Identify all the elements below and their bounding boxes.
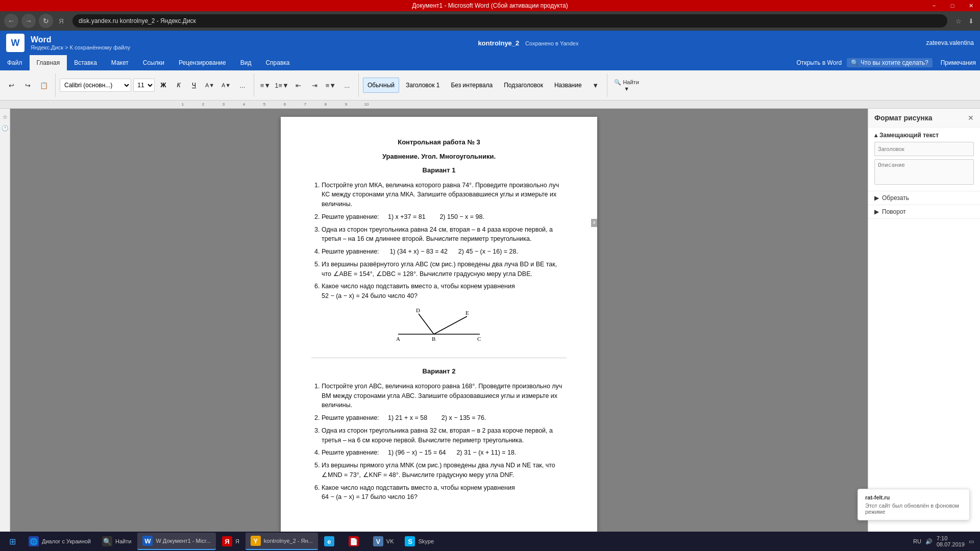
- undo-redo-group: ↩ ↪ 📋: [4, 73, 56, 97]
- paragraph-more-button[interactable]: ...: [340, 78, 354, 92]
- section-separator: [311, 358, 567, 358]
- tab-help[interactable]: Справка: [258, 55, 297, 70]
- taskbar-skype[interactable]: S Skype: [400, 533, 439, 550]
- find-button[interactable]: 🔍 Найти ▼: [611, 78, 642, 92]
- styles-more-button[interactable]: ▼: [589, 78, 603, 92]
- main-area: ☆ 🕐 Контрольная работа № 3 Уравнение. Уг…: [0, 109, 980, 544]
- doc-title: Контрольная работа № 3: [311, 137, 567, 147]
- taskbar: ⊞ 🌐 Диалог с Украиной 🔍 Найти W W Докуме…: [0, 532, 980, 551]
- bold-button[interactable]: Ж: [157, 79, 170, 92]
- browser-back-button[interactable]: ←: [4, 14, 18, 28]
- toast-message: Этот сайт был обновлён в фоновом режиме: [865, 503, 962, 515]
- sidebar-icon-1[interactable]: ☆: [1, 113, 9, 121]
- taskbar-show-desktop[interactable]: ▭: [969, 538, 974, 545]
- ribbon-tab-extra: Открыть в Word 🔍 Что вы хотите сделать? …: [791, 55, 980, 70]
- font-size-selector[interactable]: 11: [133, 79, 155, 92]
- taskbar-kontrolnye[interactable]: Y kontrolnye_2 - Ян...: [246, 533, 318, 550]
- yandex-icon: Я: [56, 16, 66, 26]
- paragraph-group: ≡▼ 1≡▼ ⇤ ⇥ ≡▼ ...: [258, 73, 359, 97]
- numbering-button[interactable]: 1≡▼: [275, 78, 289, 92]
- style-title-button[interactable]: Название: [550, 78, 586, 93]
- right-panel-close-button[interactable]: ✕: [968, 114, 974, 122]
- address-bar[interactable]: disk.yandex.ru kontrolnye_2 - Яндекс.Дис…: [72, 14, 947, 28]
- start-button[interactable]: ⊞: [2, 533, 22, 550]
- taskbar-search[interactable]: 🔍 Найти: [97, 533, 136, 550]
- svg-text:E: E: [465, 310, 469, 316]
- style-normal-button[interactable]: Обычный: [363, 78, 399, 93]
- ribbon-search-box[interactable]: 🔍 Что вы хотите сделать?: [847, 58, 933, 67]
- style-nospace-button[interactable]: Без интервала: [446, 78, 497, 93]
- taskbar-dialog[interactable]: 🌐 Диалог с Украиной: [23, 533, 96, 550]
- taskbar-ie-icon: e: [324, 536, 334, 546]
- scroll-marker: 4: [591, 219, 597, 227]
- taskbar-word[interactable]: W W Документ1 - Micr...: [137, 533, 215, 550]
- maximize-button[interactable]: □: [943, 0, 962, 11]
- word-breadcrumb: Яндекс.Диск > К сохранённому файлу: [31, 44, 130, 51]
- toast-notification: rat-felt.ru Этот сайт был обновлён в фон…: [857, 489, 970, 520]
- redo-button[interactable]: ↪: [20, 78, 35, 92]
- minimize-button[interactable]: −: [925, 0, 943, 11]
- tab-layout[interactable]: Макет: [104, 55, 136, 70]
- variant1-diagram: D E A B C: [388, 306, 490, 347]
- taskbar-ie[interactable]: e: [319, 533, 342, 550]
- comments-button[interactable]: Примечания: [937, 59, 980, 66]
- alt-text-section-header[interactable]: ▴ Замещающий текст: [874, 132, 974, 139]
- taskbar-pdf[interactable]: 📄: [344, 533, 367, 550]
- svg-text:A: A: [396, 336, 400, 342]
- taskbar-vk[interactable]: V VK: [368, 533, 399, 550]
- title-bar-controls: − □ ✕: [925, 0, 980, 11]
- underline-button[interactable]: Ч: [187, 79, 201, 92]
- font-color-button[interactable]: A▼: [219, 78, 233, 92]
- ribbon: Файл Главная Вставка Макет Ссылки Реценз…: [0, 55, 980, 101]
- ribbon-tabs: Файл Главная Вставка Макет Ссылки Реценз…: [0, 55, 980, 70]
- open-in-word-button[interactable]: Открыть в Word: [791, 59, 847, 66]
- taskbar-word-icon: W: [142, 536, 153, 546]
- tab-review[interactable]: Рецензирование: [172, 55, 233, 70]
- svg-text:D: D: [416, 307, 420, 313]
- rotate-section-button[interactable]: ▶ Поворот: [868, 205, 980, 219]
- title-bar: Документ1 - Microsoft Word (Сбой активац…: [0, 0, 980, 11]
- highlight-button[interactable]: A▼: [203, 78, 217, 92]
- tab-file[interactable]: Файл: [0, 55, 30, 70]
- taskbar-yandex-disk-icon: Y: [251, 536, 261, 546]
- bookmark-icon[interactable]: ☆: [953, 16, 964, 26]
- v2-task-3: Одна из сторон треугольника равна 32 см,…: [322, 426, 567, 445]
- taskbar-yandex-icon: Я: [222, 536, 232, 546]
- crop-section-button[interactable]: ▶ Обрезать: [868, 191, 980, 205]
- clipboard-button[interactable]: 📋: [37, 78, 51, 92]
- word-app-bar: W Word Яндекс.Диск > К сохранённому файл…: [0, 31, 980, 55]
- close-button[interactable]: ✕: [962, 0, 980, 11]
- tab-home[interactable]: Главная: [30, 55, 67, 70]
- doc-variant1-label: Вариант 1: [311, 165, 567, 176]
- undo-button[interactable]: ↩: [4, 78, 18, 92]
- browser-refresh-button[interactable]: ↻: [39, 14, 53, 28]
- tab-references[interactable]: Ссылки: [136, 55, 172, 70]
- font-selector[interactable]: Calibri (основн...): [60, 79, 131, 92]
- bullets-button[interactable]: ≡▼: [258, 78, 273, 92]
- sidebar-icon-2[interactable]: 🕐: [1, 124, 9, 132]
- windows-icon: ⊞: [7, 536, 17, 546]
- word-title-section: Word Яндекс.Диск > К сохранённому файлу: [31, 35, 130, 51]
- taskbar-yandex[interactable]: Я Я: [217, 533, 244, 550]
- document-container[interactable]: Контрольная работа № 3 Уравнение. Угол. …: [10, 109, 868, 544]
- ruler: 1 2 3 4 5 6 7 8 9 10: [0, 101, 980, 109]
- indent-decrease-button[interactable]: ⇤: [291, 78, 305, 92]
- alt-text-title-input[interactable]: [874, 142, 974, 156]
- style-heading1-button[interactable]: Заголовок 1: [401, 78, 444, 93]
- svg-line-2: [434, 316, 467, 334]
- style-subtitle-button[interactable]: Подзаголовок: [499, 78, 548, 93]
- right-panel: Формат рисунка ✕ ▴ Замещающий текст ▶ Об…: [868, 109, 980, 544]
- tab-view[interactable]: Вид: [233, 55, 259, 70]
- variant2-task-list: Постройте угол АВС, величина которого ра…: [311, 382, 567, 502]
- align-button[interactable]: ≡▼: [324, 78, 338, 92]
- alt-text-description-input[interactable]: [874, 159, 974, 185]
- doc-subtitle: Уравнение. Угол. Многоугольники.: [311, 152, 567, 162]
- more-button[interactable]: ...: [235, 78, 250, 92]
- tab-insert[interactable]: Вставка: [67, 55, 104, 70]
- indent-increase-button[interactable]: ⇥: [307, 78, 322, 92]
- browser-forward-button[interactable]: →: [21, 14, 36, 28]
- download-icon[interactable]: ⬇: [966, 16, 976, 26]
- v2-task-5: Из вершины прямого угла MNK (см рис.) пр…: [322, 461, 567, 480]
- italic-button[interactable]: К: [172, 79, 185, 92]
- taskbar-volume-icon: 🔊: [925, 538, 933, 545]
